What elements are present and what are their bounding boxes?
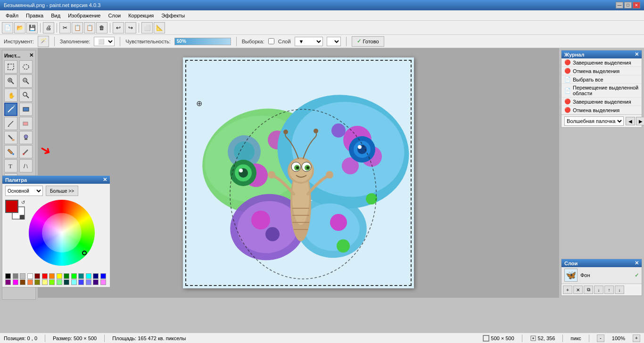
move-layer-up-button[interactable]: ↑ bbox=[604, 286, 614, 294]
tool-text[interactable]: T bbox=[4, 159, 17, 172]
swatch-6[interactable] bbox=[49, 273, 55, 279]
mode-select[interactable]: ▼ bbox=[327, 37, 341, 46]
swatch-5[interactable] bbox=[42, 273, 48, 279]
swatch-17[interactable] bbox=[27, 279, 33, 285]
canvas-image[interactable] bbox=[183, 57, 414, 288]
tool-zoom-box[interactable] bbox=[19, 89, 33, 102]
copy-button[interactable]: 📋 bbox=[72, 22, 83, 33]
swatch-2[interactable] bbox=[20, 273, 25, 279]
foreground-color-box[interactable] bbox=[5, 200, 18, 213]
layer-select[interactable]: ▼ bbox=[295, 37, 323, 46]
tool-zoom-out[interactable] bbox=[19, 74, 33, 88]
move-layer-down-button[interactable]: ↓ bbox=[615, 286, 624, 294]
swatch-24[interactable] bbox=[78, 279, 84, 285]
swatch-4[interactable] bbox=[34, 273, 40, 279]
swatch-16[interactable] bbox=[20, 279, 25, 285]
menu-correction[interactable]: Коррекция bbox=[124, 12, 157, 19]
tool-eraser[interactable] bbox=[19, 117, 33, 130]
swatch-21[interactable] bbox=[57, 279, 62, 285]
zoom-in-button[interactable]: + bbox=[633, 335, 640, 342]
maximize-button[interactable]: □ bbox=[624, 2, 632, 8]
layer-item-0[interactable]: 🦋 Фон ✓ bbox=[561, 267, 642, 284]
swatch-7[interactable] bbox=[57, 273, 62, 279]
journal-close-icon[interactable]: ✕ bbox=[635, 51, 639, 57]
journal-item-2[interactable]: 📄 Выбрать все bbox=[561, 75, 642, 84]
color-wheel[interactable] bbox=[29, 200, 95, 266]
save-button[interactable]: 💾 bbox=[26, 22, 38, 33]
swatch-12[interactable] bbox=[93, 273, 99, 279]
menu-edit[interactable]: Правка bbox=[22, 12, 47, 19]
journal-tool-select[interactable]: Волшебная палочка bbox=[564, 116, 624, 126]
canvas-area[interactable]: ⊕ bbox=[38, 48, 559, 298]
delete-layer-button[interactable]: ✕ bbox=[573, 286, 583, 294]
tools-close-icon[interactable]: ✕ bbox=[29, 52, 33, 58]
tool-rectangle[interactable] bbox=[19, 103, 33, 116]
swatch-22[interactable] bbox=[64, 279, 69, 285]
cut-button[interactable]: ✂ bbox=[59, 22, 71, 33]
crop-button[interactable]: ⬜ bbox=[141, 22, 153, 33]
new-file-button[interactable]: 📄 bbox=[2, 22, 13, 33]
swatch-15[interactable] bbox=[13, 279, 18, 285]
ok-button[interactable]: ✓ Готово bbox=[352, 36, 384, 47]
tool-zoom-in[interactable] bbox=[4, 74, 17, 88]
swatch-10[interactable] bbox=[78, 273, 84, 279]
journal-item-4[interactable]: 🔴 Завершение выделения bbox=[561, 98, 642, 106]
sensitivity-bar[interactable]: 50% bbox=[174, 38, 231, 45]
journal-redo-button[interactable]: ▶ bbox=[636, 117, 644, 125]
menu-view[interactable]: Вид bbox=[47, 12, 64, 19]
swap-colors-icon[interactable]: ↺ bbox=[21, 200, 25, 205]
swatch-19[interactable] bbox=[42, 279, 48, 285]
delete-button[interactable]: 🗑 bbox=[96, 22, 107, 33]
journal-undo-button[interactable]: ◀ bbox=[626, 117, 635, 125]
resize-button[interactable]: 📐 bbox=[154, 22, 165, 33]
paste-button[interactable]: 📋 bbox=[84, 22, 95, 33]
color-picker-dot[interactable] bbox=[82, 251, 87, 255]
redo-button[interactable]: ↪ bbox=[125, 22, 136, 33]
fill-select[interactable]: ⬜ bbox=[94, 37, 115, 46]
selection-checkbox[interactable] bbox=[268, 38, 274, 44]
swatch-14[interactable] bbox=[5, 279, 11, 285]
tool-paintbrush[interactable] bbox=[4, 131, 17, 144]
swatch-8[interactable] bbox=[64, 273, 69, 279]
swatch-11[interactable] bbox=[86, 273, 91, 279]
swatch-26[interactable] bbox=[93, 279, 99, 285]
menu-image[interactable]: Изображение bbox=[64, 12, 104, 19]
current-tool-icon[interactable]: 🪄 bbox=[38, 36, 49, 47]
tool-pencil[interactable] bbox=[4, 117, 17, 130]
minimize-button[interactable]: — bbox=[616, 2, 623, 8]
print-button[interactable]: 🖨 bbox=[43, 22, 54, 33]
merge-layer-button[interactable]: ↓ bbox=[594, 286, 603, 294]
tool-fill[interactable] bbox=[4, 145, 17, 158]
swatch-23[interactable] bbox=[71, 279, 77, 285]
add-layer-button[interactable]: + bbox=[563, 286, 572, 294]
open-file-button[interactable]: 📂 bbox=[14, 22, 25, 33]
tool-line[interactable]: /\ bbox=[19, 159, 33, 172]
menu-effects[interactable]: Эффекты bbox=[157, 12, 189, 19]
journal-item-0[interactable]: 🔴 Завершение выделения bbox=[561, 58, 642, 67]
journal-item-5[interactable]: 🔴 Отмена выделения bbox=[561, 106, 642, 114]
tool-magic-wand[interactable] bbox=[4, 103, 17, 116]
swatch-3[interactable] bbox=[27, 273, 33, 279]
tool-pan[interactable]: ✋ bbox=[4, 89, 17, 102]
layers-close-icon[interactable]: ✕ bbox=[635, 260, 639, 266]
tool-select-rect[interactable] bbox=[4, 60, 17, 74]
swatch-20[interactable] bbox=[49, 279, 55, 285]
swatch-0[interactable] bbox=[5, 273, 11, 279]
swatch-27[interactable] bbox=[100, 279, 106, 285]
menu-layers[interactable]: Слои bbox=[104, 12, 124, 19]
swatch-25[interactable] bbox=[86, 279, 91, 285]
tool-clone-stamp[interactable] bbox=[19, 131, 33, 144]
swatch-1[interactable] bbox=[13, 273, 18, 279]
journal-item-3[interactable]: 📄 Перемещение выделенной области bbox=[561, 84, 642, 98]
tool-eyedropper[interactable] bbox=[19, 145, 33, 158]
swatch-13[interactable] bbox=[100, 273, 106, 279]
palette-close-icon[interactable]: ✕ bbox=[103, 177, 107, 183]
close-button[interactable]: ✕ bbox=[633, 2, 640, 8]
palette-more-button[interactable]: Больше >> bbox=[46, 186, 78, 196]
undo-button[interactable]: ↩ bbox=[113, 22, 124, 33]
color-wheel-container[interactable] bbox=[29, 200, 99, 270]
duplicate-layer-button[interactable]: ⧉ bbox=[584, 286, 593, 294]
swatch-9[interactable] bbox=[71, 273, 77, 279]
zoom-out-button[interactable]: - bbox=[597, 335, 604, 342]
reset-colors-icon[interactable]: ⬛ bbox=[19, 215, 25, 220]
